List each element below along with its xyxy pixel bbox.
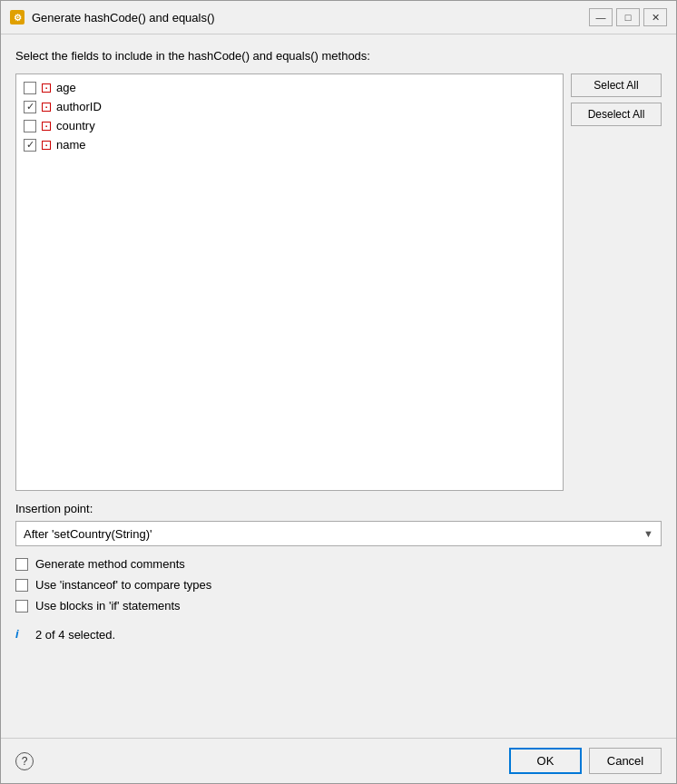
insertion-dropdown[interactable]: After 'setCountry(String)' ▼ [15,521,662,546]
field-name-country: country [56,119,95,132]
status-bar: i 2 of 4 selected. [15,623,662,645]
status-text: 2 of 4 selected. [35,628,115,642]
footer-buttons: OK Cancel [509,748,662,774]
insertion-section: Insertion point: After 'setCountry(Strin… [15,502,662,546]
title-bar: ⚙ Generate hashCode() and equals() — □ ✕ [1,1,676,34]
option-label-blocks: Use blocks in 'if' statements [35,599,181,612]
field-item-name[interactable]: name [16,135,563,154]
field-checkbox-country[interactable] [24,120,36,132]
ok-button[interactable]: OK [509,748,582,774]
fields-section: age authorID country name [15,74,662,491]
maximize-button[interactable]: □ [616,8,640,26]
side-buttons: Select All Deselect All [571,74,662,491]
field-type-icon-country [42,122,51,131]
field-name-authorid: authorID [56,100,102,113]
instruction-label: Select the fields to include in the hash… [15,49,662,63]
field-name-name: name [56,138,86,152]
help-button[interactable]: ? [15,752,34,770]
option-item-blocks[interactable]: Use blocks in 'if' statements [15,599,662,612]
field-item-country[interactable]: country [16,116,563,135]
dialog-footer: ? OK Cancel [1,738,676,783]
select-all-button[interactable]: Select All [571,74,662,97]
option-checkbox-blocks[interactable] [15,600,28,612]
dropdown-arrow-icon: ▼ [643,528,653,539]
dialog-title: Generate hashCode() and equals() [32,11,582,24]
field-type-icon-authorid [42,103,51,112]
field-checkbox-name[interactable] [24,139,36,152]
insertion-value: After 'setCountry(String)' [24,527,643,541]
deselect-all-button[interactable]: Deselect All [571,103,662,126]
insertion-label: Insertion point: [15,502,662,515]
minimize-button[interactable]: — [589,8,613,26]
info-icon: i [15,627,30,642]
cancel-button[interactable]: Cancel [589,748,662,774]
option-item-instanceof[interactable]: Use 'instanceof' to compare types [15,578,662,592]
field-item-age[interactable]: age [16,78,563,97]
options-section: Generate method comments Use 'instanceof… [15,557,662,612]
field-type-icon-name [42,141,51,150]
field-type-icon-age [42,83,51,93]
option-item-comments[interactable]: Generate method comments [15,557,662,571]
field-item-authorid[interactable]: authorID [16,97,563,116]
dialog-icon: ⚙ [10,10,25,24]
fields-list[interactable]: age authorID country name [15,74,564,491]
dialog-content: Select the fields to include in the hash… [1,34,676,738]
option-checkbox-instanceof[interactable] [15,579,28,592]
field-name-age: age [56,81,76,94]
option-label-instanceof: Use 'instanceof' to compare types [35,578,211,592]
option-label-comments: Generate method comments [35,557,185,571]
field-checkbox-authorid[interactable] [24,101,36,113]
dialog-window: ⚙ Generate hashCode() and equals() — □ ✕… [0,0,677,784]
option-checkbox-comments[interactable] [15,558,28,571]
close-button[interactable]: ✕ [643,8,667,26]
window-controls: — □ ✕ [589,8,667,26]
field-checkbox-age[interactable] [24,82,36,94]
